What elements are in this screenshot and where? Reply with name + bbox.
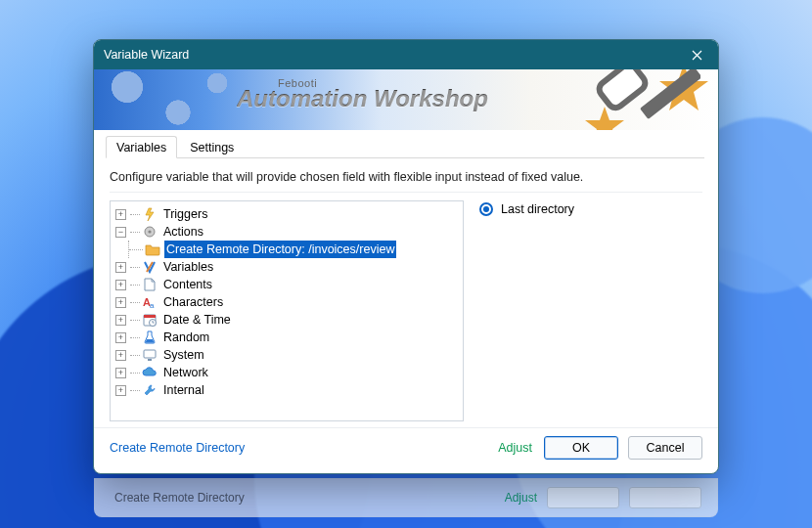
wrench-icon: [142, 382, 158, 398]
tree-label: Characters: [161, 293, 225, 311]
svg-rect-13: [148, 359, 152, 361]
tree-label: Variables: [161, 258, 215, 276]
tree-node-create-remote-directory[interactable]: Create Remote Directory: /invoices/revie…: [113, 241, 461, 258]
folder-icon: [145, 242, 160, 257]
tree-label: Contents: [161, 276, 214, 293]
characters-icon: Aa: [142, 294, 158, 310]
expand-icon[interactable]: +: [115, 209, 126, 220]
expand-icon[interactable]: +: [115, 350, 126, 361]
variables-icon: [142, 259, 158, 275]
background-dialog-footer: Create Remote Directory Adjust: [94, 478, 718, 517]
expand-icon[interactable]: +: [115, 315, 126, 326]
tree-node-characters[interactable]: + Aa Characters: [113, 293, 461, 311]
svg-marker-4: [146, 208, 154, 221]
banner-product: Automation Workshop: [237, 85, 488, 112]
dialog-footer: Create Remote Directory Adjust OK Cancel: [94, 427, 718, 473]
tree-node-contents[interactable]: + Contents: [113, 276, 461, 293]
cloud-icon: [142, 365, 158, 380]
lightning-icon: [142, 206, 158, 222]
titlebar[interactable]: Variable Wizard: [94, 40, 718, 69]
collapse-icon[interactable]: −: [115, 227, 126, 238]
close-icon: [692, 50, 702, 61]
svg-rect-10: [144, 315, 156, 318]
tree-label: System: [161, 346, 206, 364]
tree-node-random[interactable]: + Random: [113, 329, 461, 346]
expand-icon[interactable]: +: [115, 297, 126, 308]
tree-node-variables[interactable]: + Variables: [113, 258, 461, 276]
expand-icon[interactable]: +: [115, 280, 126, 290]
tree-node-internal[interactable]: + Internal: [113, 381, 461, 399]
tree-label: Actions: [161, 223, 205, 241]
tree-node-actions[interactable]: − Actions: [113, 223, 461, 241]
window-title: Variable Wizard: [104, 48, 675, 62]
svg-rect-2: [640, 69, 700, 119]
tree-label: Internal: [161, 381, 206, 399]
calendar-icon: [142, 312, 158, 328]
svg-rect-12: [144, 350, 156, 358]
tree-label: Network: [161, 364, 210, 381]
tab-bar: Variables Settings: [94, 130, 718, 158]
desktop-background: Create Remote Directory Adjust Variable …: [0, 0, 812, 528]
close-button[interactable]: [675, 40, 718, 69]
expand-icon[interactable]: +: [115, 385, 126, 396]
tree-label: Triggers: [161, 205, 209, 223]
expand-icon[interactable]: +: [115, 368, 126, 378]
options-pane: Last directory: [479, 200, 702, 419]
variable-wizard-window: Variable Wizard Febooti Automation Works…: [93, 39, 719, 474]
tree-node-network[interactable]: + Network: [113, 364, 461, 381]
tree-label: Date & Time: [161, 311, 233, 329]
tree-label: Random: [161, 329, 211, 346]
svg-point-6: [148, 230, 151, 233]
svg-text:a: a: [150, 301, 155, 309]
radio-icon: [479, 202, 493, 216]
banner: Febooti Automation Workshop: [94, 69, 718, 130]
svg-rect-3: [596, 69, 648, 110]
help-link[interactable]: Create Remote Directory: [110, 441, 245, 455]
radio-last-directory[interactable]: Last directory: [479, 202, 702, 216]
flask-icon: [142, 330, 158, 345]
description-text: Configure variable that will provide cho…: [94, 158, 718, 192]
wand-icon: [583, 69, 700, 130]
tree-node-triggers[interactable]: + Triggers: [113, 205, 461, 223]
gear-icon: [142, 224, 158, 240]
tab-settings[interactable]: Settings: [179, 136, 245, 158]
variable-tree[interactable]: + Triggers − Actions Create Remote Direc…: [110, 200, 464, 421]
tree-node-system[interactable]: + System: [113, 346, 461, 364]
adjust-link[interactable]: Adjust: [498, 441, 532, 455]
tab-variables[interactable]: Variables: [106, 136, 177, 158]
ok-button[interactable]: OK: [544, 436, 618, 460]
tree-label-selected: Create Remote Directory: /invoices/revie…: [164, 241, 396, 258]
cancel-button[interactable]: Cancel: [628, 436, 702, 460]
expand-icon[interactable]: +: [115, 262, 126, 273]
radio-label: Last directory: [501, 202, 574, 216]
tree-node-datetime[interactable]: + Date & Time: [113, 311, 461, 329]
expand-icon[interactable]: +: [115, 332, 126, 343]
monitor-icon: [142, 347, 158, 363]
document-icon: [142, 277, 158, 292]
